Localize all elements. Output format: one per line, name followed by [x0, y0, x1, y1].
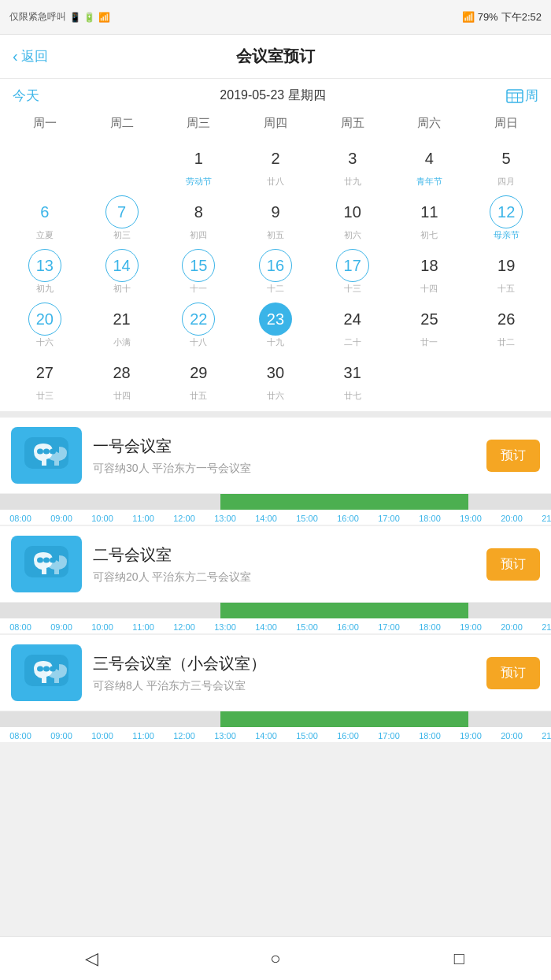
day-number: 13	[28, 249, 61, 282]
calendar-day[interactable]: 9初五	[237, 192, 314, 244]
calendar-day[interactable]: 1劳动节	[160, 139, 237, 191]
svg-point-8	[50, 449, 56, 455]
timeline-busy	[220, 603, 468, 618]
week-view-button[interactable]: 周	[506, 87, 538, 105]
calendar-day[interactable]: 5四月	[468, 139, 545, 191]
home-nav-icon: ○	[270, 948, 280, 969]
timeline-hour-label: 20:00	[491, 731, 532, 741]
timeline-hour-label: 15:00	[287, 514, 327, 523]
day-lunar: 十九	[267, 336, 284, 348]
timeline-hour-label: 18:00	[409, 514, 450, 523]
timeline-hour-label: 11:00	[123, 622, 164, 632]
day-number: 21	[105, 303, 139, 336]
calendar-day[interactable]: 30廿六	[237, 353, 314, 405]
timeline-hour-label: 16:00	[327, 731, 368, 741]
calendar-day	[83, 139, 161, 191]
day-lunar: 十三	[344, 283, 361, 295]
timeline-busy	[220, 494, 468, 510]
timeline-hour-label: 08:00	[0, 514, 41, 523]
calendar-day[interactable]: 3廿九	[314, 139, 391, 191]
day-number: 12	[490, 195, 523, 228]
calendar-day[interactable]: 10初六	[314, 192, 391, 244]
day-number: 20	[28, 303, 61, 336]
book-button[interactable]: 预订	[486, 440, 540, 472]
calendar-day[interactable]: 7初三	[83, 192, 161, 244]
timeline-hour-label: 14:00	[246, 731, 287, 741]
room-name: 一号会议室	[93, 436, 475, 457]
calendar-day[interactable]: 23十九	[237, 299, 314, 351]
calendar-day[interactable]: 26廿二	[468, 299, 545, 351]
day-lunar: 廿二	[497, 336, 515, 348]
timeline-hour-label: 20:00	[491, 514, 532, 523]
svg-point-14	[37, 666, 43, 672]
room-icon	[11, 644, 82, 701]
calendar-day[interactable]: 22十八	[160, 299, 237, 351]
battery-label: 79%	[478, 11, 498, 23]
weekday-label: 周二	[83, 111, 161, 135]
timeline-hours: 08:0009:0010:0011:0012:0013:0014:0015:00…	[0, 514, 551, 523]
calendar-day[interactable]: 13初九	[6, 246, 83, 298]
calendar-day[interactable]: 21小满	[83, 299, 161, 351]
calendar-day[interactable]: 25廿一	[391, 299, 468, 351]
timeline-hour-label: 17:00	[368, 622, 409, 632]
calendar-day[interactable]: 4青年节	[391, 139, 468, 191]
day-lunar: 十八	[190, 336, 207, 348]
calendar-day	[6, 139, 83, 191]
calendar-day[interactable]: 6立夏	[6, 192, 83, 244]
today-button[interactable]: 今天	[13, 87, 39, 105]
room-list: 一号会议室 可容纳30人 平治东方一号会议室 预订 08:0009:0010:0…	[0, 418, 551, 742]
calendar-day[interactable]: 8初四	[160, 192, 237, 244]
book-button[interactable]: 预订	[486, 657, 540, 689]
day-number: 3	[336, 142, 369, 175]
calendar-day[interactable]: 31廿七	[314, 353, 391, 405]
calendar-day[interactable]: 15十一	[160, 246, 237, 298]
recent-nav-button[interactable]: □	[435, 943, 483, 974]
back-button[interactable]: ‹ 返回	[13, 47, 48, 65]
calendar-day[interactable]: 29廿五	[160, 353, 237, 405]
calendar-day[interactable]: 20十六	[6, 299, 83, 351]
calendar-day[interactable]: 18十四	[391, 246, 468, 298]
timeline-hour-label: 12:00	[164, 622, 205, 632]
room-details: 一号会议室 可容纳30人 平治东方一号会议室	[93, 436, 475, 476]
timeline-hour-label: 12:00	[164, 514, 205, 523]
room-logo-icon	[23, 544, 70, 584]
main-scroll[interactable]: 今天 2019-05-23 星期四 周 周一周二周三周四周五周六周日 1劳动节2…	[0, 79, 551, 936]
back-nav-button[interactable]: ◁	[68, 943, 116, 974]
calendar-day[interactable]: 11初七	[391, 192, 468, 244]
calendar-day[interactable]: 28廿四	[83, 353, 161, 405]
calendar-day[interactable]: 19十五	[468, 246, 545, 298]
svg-point-7	[43, 449, 50, 455]
calendar-day[interactable]: 27廿三	[6, 353, 83, 405]
calendar-day[interactable]: 12母亲节	[468, 192, 545, 244]
timeline-hour-label: 13:00	[205, 622, 246, 632]
room-name: 三号会议室（小会议室）	[93, 653, 475, 674]
calendar-day[interactable]: 2廿八	[237, 139, 314, 191]
timeline-hour-label: 08:00	[0, 622, 41, 632]
day-number: 9	[259, 195, 292, 228]
day-lunar: 母亲节	[494, 229, 520, 241]
timeline: 08:0009:0010:0011:0012:0013:0014:0015:00…	[0, 493, 551, 525]
calendar-day[interactable]: 16十二	[237, 246, 314, 298]
timeline-hours: 08:0009:0010:0011:0012:0013:0014:0015:00…	[0, 622, 551, 632]
timeline-hour-label: 11:00	[123, 731, 164, 741]
timeline-hour-label: 21:00	[532, 514, 551, 523]
room-card-3: 三号会议室（小会议室） 可容纳8人 平治东方三号会议室 预订 08:0009:0…	[0, 635, 551, 742]
room-logo-icon	[23, 436, 70, 475]
day-lunar: 初三	[113, 229, 131, 241]
day-lunar: 初四	[190, 229, 207, 241]
calendar-day[interactable]: 17十三	[314, 246, 391, 298]
day-lunar: 立夏	[36, 229, 54, 241]
book-button[interactable]: 预订	[486, 548, 540, 581]
day-number: 10	[336, 195, 369, 228]
home-nav-button[interactable]: ○	[252, 943, 299, 974]
timeline-hour-label: 14:00	[246, 622, 287, 632]
day-number: 27	[28, 356, 61, 389]
timeline-hour-label: 09:00	[41, 514, 82, 523]
back-arrow-icon: ‹	[13, 47, 18, 65]
calendar-day[interactable]: 24二十	[314, 299, 391, 351]
timeline-hour-label: 21:00	[532, 622, 551, 632]
day-lunar: 廿六	[267, 390, 284, 402]
room-card-2: 二号会议室 可容纳20人 平治东方二号会议室 预订 08:0009:0010:0…	[0, 526, 551, 633]
day-number: 17	[336, 249, 369, 282]
calendar-day[interactable]: 14初十	[83, 246, 161, 298]
